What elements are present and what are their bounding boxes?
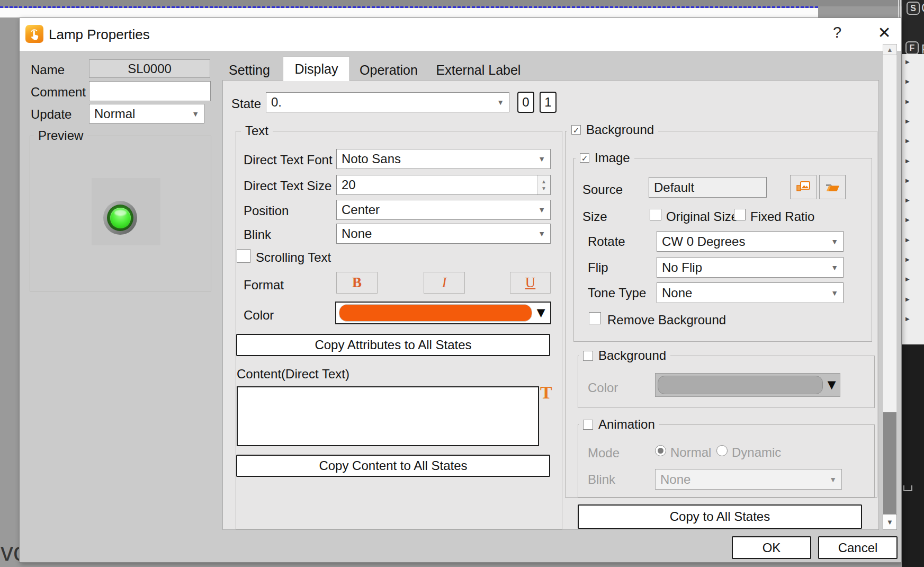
rotate-value: CW 0 Degrees <box>662 234 745 249</box>
format-label: Format <box>244 278 284 293</box>
size-label: Size <box>582 209 607 224</box>
dialog-scrollbar[interactable]: ▲ ▼ <box>883 44 897 530</box>
scroll-down-icon: ▼ <box>886 519 893 526</box>
spinner-up-icon[interactable]: ▲ <box>541 179 546 184</box>
content-textarea[interactable] <box>237 386 539 446</box>
tree-arrow-icon: ▶ <box>905 158 910 164</box>
mode-dynamic-radio[interactable] <box>716 445 728 456</box>
direct-text-size-input[interactable]: 20 ▲ ▼ <box>336 175 551 195</box>
remove-background-checkbox[interactable] <box>589 312 601 324</box>
chevron-down-icon: ▼ <box>497 99 504 106</box>
tree-arrow-icon: ▶ <box>905 237 910 243</box>
update-label: Update <box>31 107 71 122</box>
bg-color-picker: ▼ <box>655 373 840 397</box>
dialog-title: Lamp Properties <box>49 26 150 43</box>
copy-attributes-button[interactable]: Copy Attributes to All States <box>236 334 550 356</box>
background-color-checkbox[interactable] <box>583 351 593 361</box>
tab-display[interactable]: Display <box>283 57 350 81</box>
scrollbar-thumb[interactable] <box>883 412 896 514</box>
radio-selected-dot <box>658 448 663 454</box>
spinner-down-icon[interactable]: ▼ <box>541 186 546 191</box>
name-label: Name <box>31 63 65 77</box>
image-checkbox[interactable]: ✓ <box>580 153 589 163</box>
update-select[interactable]: Normal ▼ <box>89 104 204 123</box>
tone-type-select[interactable]: None ▼ <box>657 282 844 303</box>
lamp-touch-icon <box>25 25 43 43</box>
scroll-up-icon: ▲ <box>887 47 893 53</box>
flip-value: No Flip <box>662 260 702 275</box>
state-select[interactable]: 0. ▼ <box>266 92 509 112</box>
fixed-ratio-checkbox[interactable] <box>734 209 746 220</box>
scroll-down-button[interactable]: ▼ <box>883 514 897 530</box>
background-checkbox[interactable]: ✓ <box>571 125 581 135</box>
tab-setting[interactable]: Setting <box>220 59 279 81</box>
mode-label: Mode <box>588 446 620 460</box>
cancel-button[interactable]: Cancel <box>818 536 898 559</box>
side-panel-dark-bottom <box>902 344 924 567</box>
tab-operation[interactable]: Operation <box>352 59 426 81</box>
italic-button[interactable]: I <box>424 272 465 294</box>
blink-value: None <box>342 226 372 241</box>
lamp-bezel <box>107 205 133 231</box>
size-spinner[interactable]: ▲ ▼ <box>537 175 550 194</box>
image-group-header: ✓ Image <box>576 150 634 165</box>
chevron-down-icon: ▼ <box>831 289 838 297</box>
background-color-group-label: Background <box>598 348 666 363</box>
state-value: 0. <box>271 95 282 110</box>
underline-button[interactable]: U <box>510 272 551 294</box>
position-label: Position <box>244 203 289 218</box>
tree-arrow-icon: ▶ <box>905 257 910 262</box>
chevron-down-icon: ▼ <box>831 264 838 271</box>
side-tool-f-icon[interactable]: F <box>905 41 919 55</box>
tone-type-value: None <box>662 286 692 300</box>
state-1-button[interactable]: 1 <box>540 92 557 113</box>
state-label: State <box>231 96 261 111</box>
blink-select[interactable]: None ▼ <box>336 224 551 244</box>
copy-to-all-states-button[interactable]: Copy to All States <box>578 504 862 529</box>
direct-text-size-value: 20 <box>342 178 356 192</box>
name-field: SL0000 <box>89 59 210 78</box>
dialog-title-bar <box>20 18 901 51</box>
tree-arrow-icon: ▶ <box>905 297 910 302</box>
tree-arrow-icon: ▶ <box>905 59 910 65</box>
tree-arrow-icon: ▶ <box>905 316 910 322</box>
tree-arrow-icon: ▶ <box>905 198 910 203</box>
pictures-icon <box>795 180 812 194</box>
side-tool-s-icon[interactable]: S <box>907 2 920 15</box>
text-color-picker[interactable]: ▼ <box>335 302 551 324</box>
scrolling-text-checkbox[interactable] <box>237 249 250 263</box>
scroll-up-button[interactable]: ▲ <box>883 44 897 55</box>
tree-arrow-icon: ▶ <box>905 217 910 223</box>
original-size-checkbox[interactable] <box>650 209 661 220</box>
background-group-label: Background <box>586 122 654 137</box>
close-button[interactable]: ✕ <box>874 23 895 42</box>
backdrop-canvas-strip <box>0 8 818 17</box>
comment-field[interactable] <box>89 81 211 101</box>
browse-folder-button[interactable] <box>819 175 846 199</box>
direct-text-size-label: Direct Text Size <box>244 179 331 193</box>
color-picker-arrow-icon: ▼ <box>534 306 548 320</box>
ok-button[interactable]: OK <box>732 536 811 559</box>
tab-external-label[interactable]: External Label <box>427 59 530 81</box>
blink-label: Blink <box>244 227 271 242</box>
tree-arrow-icon: ▶ <box>905 99 910 104</box>
lamp-highlight <box>114 210 127 216</box>
help-button[interactable]: ? <box>829 24 845 41</box>
bold-button[interactable]: B <box>336 272 378 294</box>
text-tool-icon[interactable]: T <box>540 383 552 403</box>
state-0-button[interactable]: 0 <box>517 92 534 113</box>
animation-checkbox[interactable] <box>583 420 593 430</box>
copy-content-button[interactable]: Copy Content to All States <box>236 455 550 477</box>
direct-text-font-select[interactable]: Noto Sans ▼ <box>336 149 551 169</box>
chevron-down-icon: ▼ <box>831 238 838 245</box>
background-color-group-header: Background <box>579 348 670 363</box>
rotate-label: Rotate <box>588 234 625 249</box>
mode-normal-radio[interactable] <box>655 445 666 456</box>
flip-label: Flip <box>588 260 608 275</box>
position-select[interactable]: Center ▼ <box>336 200 551 220</box>
source-field[interactable]: Default <box>649 177 767 198</box>
select-image-button[interactable] <box>790 175 817 199</box>
image-group-label: Image <box>595 150 630 165</box>
flip-select[interactable]: No Flip ▼ <box>657 257 844 278</box>
rotate-select[interactable]: CW 0 Degrees ▼ <box>657 231 844 252</box>
